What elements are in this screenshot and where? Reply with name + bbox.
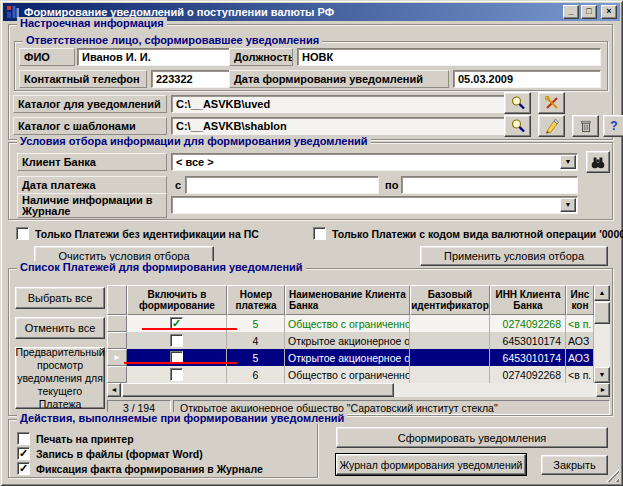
settings-group: Настроечная информация Ответственное лиц… <box>8 24 613 140</box>
payments-table: Включить в формирование Номер платежа На… <box>107 285 610 397</box>
client-name-cell: Общество с ограниченной <box>285 366 410 383</box>
include-checkbox[interactable]: ✓ <box>170 368 183 381</box>
browse-notifications-catalog-button[interactable] <box>504 92 531 114</box>
inn-cell: 6453010174 <box>490 332 566 349</box>
journal-fix-checkbox[interactable]: ✓ <box>17 462 30 475</box>
horizontal-scrollbar[interactable]: ◄ ► <box>107 383 610 397</box>
date-to-field[interactable] <box>401 176 578 194</box>
extra-column-header: Инс кон <box>566 285 594 315</box>
date-from-field[interactable] <box>185 176 379 194</box>
scroll-down-icon[interactable]: ▼ <box>594 367 610 383</box>
print-checkbox[interactable]: ✓ <box>17 432 30 445</box>
fio-label: ФИО <box>19 48 75 66</box>
bank-client-label: Клиент Банка <box>17 153 167 171</box>
only-no-ps-checkbox-row: ✓ Только Платежи без идентификации на ПС <box>16 227 259 240</box>
print-label: Печать на принтер <box>36 433 134 445</box>
include-checkbox[interactable]: ✓ <box>170 334 183 347</box>
folder-magnifier-icon <box>510 95 526 111</box>
extra-cell: <в п. <box>566 366 594 383</box>
templates-catalog-label: Каталог с шаблонами <box>13 117 167 135</box>
inn-cell: 0274092268 <box>490 366 566 383</box>
only-code-checkbox[interactable]: ✓ <box>313 227 326 240</box>
find-client-button[interactable] <box>586 151 610 173</box>
filter-group-title: Условия отбора информации для формирован… <box>17 135 371 147</box>
print-checkbox-row: ✓ Печать на принтер <box>17 432 134 445</box>
horizontal-scroll-thumb[interactable] <box>122 383 394 397</box>
table-row[interactable]: ✓ 4 Открытое акционерное общ 6453010174 … <box>107 332 594 349</box>
pencil-icon <box>544 118 560 134</box>
preview-notification-button[interactable]: Предварительный просмотр уведомления для… <box>15 347 105 409</box>
settings-tools-button[interactable] <box>538 92 565 114</box>
bank-client-select[interactable]: < все > ▼ <box>171 153 578 171</box>
generate-notifications-button[interactable]: Сформировать уведомления <box>336 427 608 448</box>
red-underline-annotation <box>124 362 237 364</box>
client-name-cell: Общество с ограниченной <box>285 315 410 332</box>
scroll-up-icon[interactable]: ▲ <box>594 285 610 301</box>
save-word-checkbox[interactable]: ✓ <box>17 447 30 460</box>
chevron-down-icon[interactable]: ▼ <box>560 155 576 169</box>
actions-group-title: Действия, выполняемые при формировании у… <box>17 412 347 424</box>
table-row[interactable]: ► ✓ 5 Открытое акционерное общ 645301017… <box>107 349 594 366</box>
close-icon[interactable]: × <box>601 5 617 19</box>
table-row[interactable]: ✓ 6 Общество с ограниченной 0274092268 <… <box>107 366 594 383</box>
dialog-window: Формирование уведомлений о поступлении в… <box>0 0 623 486</box>
settings-group-title: Настроечная информация <box>17 17 167 29</box>
edit-template-button[interactable] <box>538 115 565 137</box>
notifications-journal-button[interactable]: Журнал формирования уведомлений <box>336 454 526 475</box>
client-name-cell: Открытое акционерное общ <box>285 332 410 349</box>
payments-group-title: Список Платежей для формирования уведомл… <box>17 261 306 273</box>
table-row[interactable]: ✓ 5 Общество с ограниченной 0274092268 <… <box>107 315 594 332</box>
date-to-label: по <box>385 179 398 191</box>
close-button[interactable]: Закрыть <box>541 455 608 475</box>
chevron-down-icon[interactable]: ▼ <box>560 198 576 212</box>
only-no-ps-label: Только Платежи без идентификации на ПС <box>35 228 259 240</box>
include-cell: ✓ <box>127 366 227 383</box>
apply-filter-button[interactable]: Применить условия отбора <box>420 246 608 266</box>
base-id-cell <box>410 332 490 349</box>
delete-template-button[interactable] <box>572 115 599 137</box>
formation-date-label: Дата формирования уведомлений <box>229 70 449 88</box>
base-id-column-header: Базовый идентификатор <box>410 285 490 315</box>
payment-number-cell: 4 <box>227 332 285 349</box>
responsible-person-group: Ответственное лицо, сформировавшее уведо… <box>14 41 608 91</box>
name-column-header: Наименование Клиента Банка <box>285 285 410 315</box>
maximize-button[interactable]: □ <box>581 5 597 19</box>
payments-group: Список Платежей для формирования уведомл… <box>8 268 613 416</box>
row-selector-header <box>107 285 127 315</box>
red-underline-annotation <box>142 328 237 330</box>
vertical-scroll-thumb[interactable] <box>594 302 610 324</box>
journal-fix-label: Фиксация факта формирования в Журнале <box>36 463 263 475</box>
row-selector-cell <box>107 315 127 332</box>
tools-icon <box>544 95 560 111</box>
browse-templates-catalog-button[interactable] <box>504 115 531 137</box>
base-id-cell <box>410 366 490 383</box>
select-all-button[interactable]: Выбрать все <box>15 287 105 309</box>
templates-catalog-field[interactable] <box>171 117 505 135</box>
scroll-left-icon[interactable]: ◄ <box>107 383 121 397</box>
only-no-ps-checkbox[interactable]: ✓ <box>16 227 29 240</box>
include-column-header: Включить в формирование <box>127 285 227 315</box>
number-column-header: Номер платежа <box>227 285 285 315</box>
only-code-label: Только Платежи с кодом вида валютной опе… <box>332 228 623 240</box>
minimize-button[interactable]: _ <box>563 5 579 19</box>
vertical-scrollbar[interactable]: ▲ ▼ <box>594 285 610 383</box>
checkmark-icon: ✓ <box>19 448 28 459</box>
help-button[interactable]: ? <box>603 115 623 137</box>
notifications-catalog-label: Каталог для уведомлений <box>13 95 167 113</box>
inn-cell: 0274092268 <box>490 315 566 332</box>
position-field[interactable] <box>297 48 601 66</box>
date-from-label: с <box>175 179 181 191</box>
folder-magnifier-icon <box>510 118 526 134</box>
extra-cell: <в п. <box>566 315 594 332</box>
trash-icon <box>578 118 594 134</box>
notifications-catalog-field[interactable] <box>171 95 505 113</box>
include-cell: ✓ <box>127 332 227 349</box>
scroll-right-icon[interactable]: ► <box>596 383 610 397</box>
formation-date-field[interactable] <box>453 70 601 88</box>
journal-info-select[interactable]: ▼ <box>171 196 578 214</box>
bank-client-value: < все > <box>172 156 560 168</box>
position-label: Должность <box>229 48 293 66</box>
inn-column-header: ИНН Клиента Банка <box>490 285 566 315</box>
deselect-all-button[interactable]: Отменить все <box>15 317 105 339</box>
save-word-checkbox-row: ✓ Запись в файлы (формат Word) <box>17 447 203 460</box>
